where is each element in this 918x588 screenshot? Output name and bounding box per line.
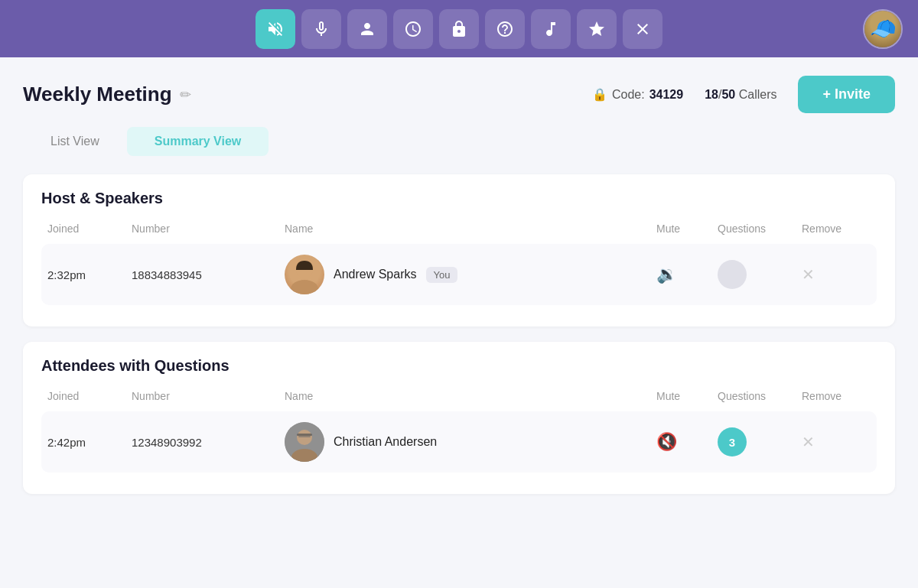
andrew-name: Andrew Sparks bbox=[334, 268, 417, 281]
host-joined: 2:32pm bbox=[47, 268, 132, 281]
attendees-section-title: Attendees with Questions bbox=[41, 357, 877, 375]
avatar[interactable]: 🧢 bbox=[863, 9, 903, 49]
questions-bubble-empty bbox=[718, 260, 747, 289]
col-remove-1: Remove bbox=[802, 223, 871, 235]
attendee-mute[interactable]: 🔇 bbox=[656, 432, 718, 452]
summary-view-tab[interactable]: Summary View bbox=[127, 127, 269, 156]
attendee-number: 12348903992 bbox=[132, 436, 285, 449]
col-mute-2: Mute bbox=[656, 390, 718, 402]
col-remove-2: Remove bbox=[802, 390, 871, 402]
toolbar: 🧢 bbox=[0, 0, 918, 57]
host-remove[interactable]: ✕ bbox=[802, 265, 871, 284]
host-number: 18834883945 bbox=[132, 268, 285, 281]
title-right: 🔒 Code: 34129 18/50 Callers + Invite bbox=[592, 76, 895, 113]
attendees-table-header: Joined Number Name Mute Questions Remove bbox=[41, 387, 877, 405]
close-button[interactable] bbox=[623, 9, 662, 49]
callers-section: 18/50 Callers bbox=[705, 88, 776, 102]
person-button[interactable] bbox=[347, 9, 387, 49]
code-value: 34129 bbox=[649, 88, 684, 102]
questions-bubble-count: 3 bbox=[718, 427, 747, 456]
main-content: Weekly Meeting ✏ 🔒 Code: 34129 18/50 Cal… bbox=[0, 57, 918, 528]
christian-name: Christian Andersen bbox=[334, 435, 437, 449]
christian-avatar bbox=[285, 422, 324, 462]
mute-button[interactable] bbox=[256, 9, 295, 49]
callers-label: Callers bbox=[739, 88, 777, 101]
callers-max: 50 bbox=[721, 88, 735, 101]
svg-rect-6 bbox=[297, 434, 312, 436]
col-number-1: Number bbox=[132, 223, 285, 235]
hosts-section: Host & Speakers Joined Number Name Mute … bbox=[23, 174, 895, 326]
col-joined-2: Joined bbox=[47, 390, 132, 402]
star-button[interactable] bbox=[577, 9, 617, 49]
attendees-section: Attendees with Questions Joined Number N… bbox=[23, 342, 895, 494]
col-joined-1: Joined bbox=[47, 223, 132, 235]
table-row: 2:42pm 12348903992 Christian Andersen 🔇 bbox=[41, 411, 877, 473]
attendee-remove[interactable]: ✕ bbox=[802, 433, 871, 451]
col-questions-1: Questions bbox=[718, 223, 802, 235]
hosts-table-header: Joined Number Name Mute Questions Remove bbox=[41, 219, 877, 238]
col-number-2: Number bbox=[132, 390, 285, 402]
edit-icon[interactable]: ✏ bbox=[180, 86, 191, 103]
col-questions-2: Questions bbox=[718, 390, 802, 402]
host-mute[interactable]: 🔉 bbox=[656, 265, 718, 284]
title-row: Weekly Meeting ✏ 🔒 Code: 34129 18/50 Cal… bbox=[23, 76, 895, 113]
tabs-row: List View Summary View bbox=[23, 127, 895, 156]
code-label: Code: bbox=[612, 88, 645, 102]
col-name-2: Name bbox=[285, 390, 656, 402]
attendee-joined: 2:42pm bbox=[47, 436, 132, 449]
toolbar-icons bbox=[256, 9, 662, 49]
lock-button[interactable] bbox=[439, 9, 479, 49]
host-name-cell: Andrew Sparks You bbox=[285, 255, 656, 294]
col-name-1: Name bbox=[285, 223, 656, 235]
callers-current: 18 bbox=[705, 88, 718, 101]
invite-button[interactable]: + Invite bbox=[798, 76, 895, 113]
andrew-avatar bbox=[285, 255, 324, 294]
col-mute-1: Mute bbox=[656, 223, 718, 235]
you-badge: You bbox=[426, 267, 458, 283]
lock-small-icon: 🔒 bbox=[592, 87, 607, 102]
host-questions bbox=[718, 260, 802, 289]
meeting-title: Weekly Meeting bbox=[23, 83, 172, 106]
code-section: 🔒 Code: 34129 bbox=[592, 87, 683, 102]
music-button[interactable] bbox=[531, 9, 571, 49]
hosts-section-title: Host & Speakers bbox=[41, 190, 877, 207]
svg-rect-7 bbox=[298, 436, 311, 437]
user-avatar-image: 🧢 bbox=[864, 11, 901, 47]
title-left: Weekly Meeting ✏ bbox=[23, 83, 191, 106]
attendee-name-cell: Christian Andersen bbox=[285, 422, 656, 462]
attendee-questions: 3 bbox=[718, 427, 802, 456]
svg-point-1 bbox=[291, 280, 318, 294]
microphone-button[interactable] bbox=[301, 9, 341, 49]
clock-button[interactable] bbox=[393, 9, 433, 49]
question-button[interactable] bbox=[485, 9, 525, 49]
list-view-tab[interactable]: List View bbox=[23, 127, 127, 156]
table-row: 2:32pm 18834883945 Andrew Sparks You 🔉 bbox=[41, 244, 877, 305]
